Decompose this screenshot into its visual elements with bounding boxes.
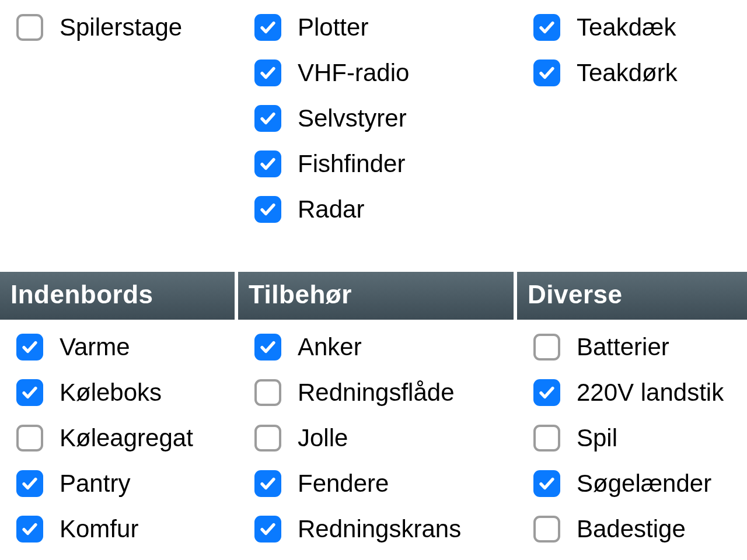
checkbox-label-badestige: Badestige (577, 516, 686, 542)
checkbox-label-komfur: Komfur (60, 516, 138, 542)
checkbox-label-teakd-k: Teakdæk (577, 15, 676, 40)
checkbox-label-redningsfl-de: Redningsflåde (298, 380, 455, 405)
checkbox-batterier[interactable] (533, 334, 560, 360)
checkbox-spilerstage[interactable] (16, 14, 43, 41)
checkmark-icon (21, 475, 39, 492)
checkbox-item-radar: Radar (238, 187, 517, 232)
checkmark-icon (259, 110, 277, 127)
top-column-b: PlotterVHF-radioSelvstyrerFishfinderRada… (238, 0, 517, 235)
top-column-a: Spilerstage (0, 0, 238, 235)
checkbox-k-leagregat[interactable] (16, 425, 43, 452)
checkmark-icon (259, 201, 277, 218)
checkbox-item-varme: Varme (0, 324, 238, 370)
checkbox-fishfinder[interactable] (254, 150, 281, 177)
checkbox-label-plotter: Plotter (298, 15, 368, 40)
checkbox-item-s-gel-nder: Søgelænder (517, 461, 747, 506)
section-list-tilbehoer: AnkerRedningsflådeJolleFendereRedningskr… (238, 320, 517, 554)
checkbox-item-batterier: Batterier (517, 324, 747, 370)
checkbox-label-k-leboks: Køleboks (60, 380, 162, 405)
checkbox-item-jolle: Jolle (238, 415, 517, 461)
checkbox-label-pantry: Pantry (60, 471, 130, 496)
checkbox-fendere[interactable] (254, 470, 281, 497)
checkbox-anker[interactable] (254, 334, 281, 360)
checkmark-icon (21, 338, 39, 356)
top-col-b-list: PlotterVHF-radioSelvstyrerFishfinderRada… (238, 0, 517, 235)
checkbox-teakd-k[interactable] (533, 14, 560, 41)
checkbox-radar[interactable] (254, 196, 281, 223)
checkmark-icon (538, 384, 556, 401)
checkbox-s-gel-nder[interactable] (533, 470, 560, 497)
checkbox-item-badestige: Badestige (517, 506, 747, 552)
checkbox-label-k-leagregat: Køleagregat (60, 425, 193, 451)
checkbox-item-spil: Spil (517, 415, 747, 461)
checkbox-jolle[interactable] (254, 425, 281, 452)
checkbox-item-k-leboks: Køleboks (0, 370, 238, 415)
checkmark-icon (259, 64, 277, 82)
section-header-diverse: Diverse (517, 272, 747, 320)
checkbox-plotter[interactable] (254, 14, 281, 41)
checkbox-item-anker: Anker (238, 324, 517, 370)
top-col-a-list: Spilerstage (0, 0, 238, 52)
checkmark-icon (259, 520, 277, 538)
checkbox-label-batterier: Batterier (577, 334, 669, 360)
checkbox-item-spilerstage: Spilerstage (0, 5, 238, 50)
checkbox-label-220v-landstik: 220V landstik (577, 380, 724, 405)
checkbox-item-220v-landstik: 220V landstik (517, 370, 747, 415)
checkmark-icon (538, 475, 556, 492)
checkmark-icon (21, 384, 39, 401)
checkmark-icon (259, 338, 277, 356)
checkbox-badestige[interactable] (533, 516, 560, 542)
checkbox-item-redningsfl-de: Redningsflåde (238, 370, 517, 415)
checkbox-item-pantry: Pantry (0, 461, 238, 506)
checkbox-redningsfl-de[interactable] (254, 379, 281, 406)
checkbox-label-teakd-rk: Teakdørk (577, 60, 678, 86)
checkbox-label-redningskrans: Redningskrans (298, 516, 461, 542)
checkbox-label-spilerstage: Spilerstage (60, 15, 182, 40)
checkbox-item-redningskrans: Redningskrans (238, 506, 517, 552)
checkbox-teakd-rk[interactable] (533, 60, 560, 86)
checkmark-icon (538, 64, 556, 82)
checkbox-item-plotter: Plotter (238, 5, 517, 50)
checkbox-item-selvstyrer: Selvstyrer (238, 96, 517, 141)
checkbox-pantry[interactable] (16, 470, 43, 497)
checkbox-label-fishfinder: Fishfinder (298, 151, 405, 177)
checkbox-selvstyrer[interactable] (254, 105, 281, 132)
checkbox-label-jolle: Jolle (298, 425, 348, 451)
checkbox-label-spil: Spil (577, 425, 617, 451)
checkbox-item-komfur: Komfur (0, 506, 238, 552)
checkbox-label-anker: Anker (298, 334, 362, 360)
checkbox-item-teakd-k: Teakdæk (517, 5, 747, 50)
checkbox-varme[interactable] (16, 334, 43, 360)
checkmark-icon (259, 475, 277, 492)
checkbox-redningskrans[interactable] (254, 516, 281, 542)
section-list-indenbords: VarmeKøleboksKøleagregatPantryKomfur (0, 320, 238, 554)
checkbox-item-k-leagregat: Køleagregat (0, 415, 238, 461)
section-list-diverse: Batterier220V landstikSpilSøgelænderBade… (517, 320, 747, 554)
checkbox-220v-landstik[interactable] (533, 379, 560, 406)
checkbox-k-leboks[interactable] (16, 379, 43, 406)
checkbox-label-fendere: Fendere (298, 471, 389, 496)
checkbox-vhf-radio[interactable] (254, 60, 281, 86)
checkbox-item-fishfinder: Fishfinder (238, 141, 517, 187)
top-col-c-list: TeakdækTeakdørk (517, 0, 747, 98)
checkbox-komfur[interactable] (16, 516, 43, 542)
checkbox-label-vhf-radio: VHF-radio (298, 60, 409, 86)
checkbox-label-varme: Varme (60, 334, 130, 360)
checkmark-icon (259, 19, 277, 36)
checkmark-icon (538, 19, 556, 36)
checkbox-item-vhf-radio: VHF-radio (238, 50, 517, 96)
checkbox-item-teakd-rk: Teakdørk (517, 50, 747, 96)
checkmark-icon (259, 155, 277, 173)
top-column-c: TeakdækTeakdørk (517, 0, 747, 235)
section-header-tilbehoer: Tilbehør (238, 272, 514, 320)
checkbox-label-radar: Radar (298, 197, 364, 222)
checkbox-label-selvstyrer: Selvstyrer (298, 106, 407, 131)
checkbox-spil[interactable] (533, 425, 560, 452)
section-header-indenbords: Indenbords (0, 272, 235, 320)
checkbox-item-fendere: Fendere (238, 461, 517, 506)
checkbox-label-s-gel-nder: Søgelænder (577, 471, 711, 496)
checkmark-icon (21, 520, 39, 538)
